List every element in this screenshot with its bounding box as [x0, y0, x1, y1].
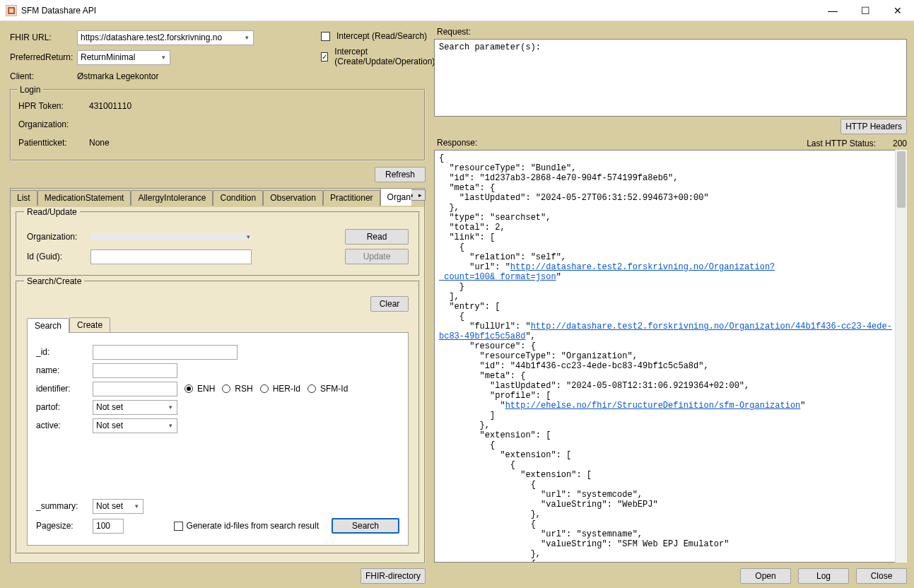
tab-condition[interactable]: Condition — [213, 190, 263, 206]
tab-observation[interactable]: Observation — [263, 190, 323, 206]
refresh-button[interactable]: Refresh — [375, 167, 426, 182]
summary-label: _summary: — [36, 501, 93, 511]
response-line: }, — [439, 549, 892, 559]
tab-organization[interactable]: Organization — [380, 188, 411, 206]
chevron-down-icon: ▾ — [169, 404, 174, 411]
identifier-radio-her-id[interactable] — [260, 384, 269, 393]
http-headers-button[interactable]: HTTP Headers — [840, 119, 907, 134]
preferred-return-dropdown[interactable]: ReturnMinimal ▾ — [77, 50, 170, 65]
login-group: Login HPR Token:431001110 Organization: … — [10, 89, 426, 161]
pagesize-input[interactable] — [93, 519, 124, 534]
search-panel: _id: name: identifier: ENHRSHHER-IdSFM-I… — [27, 332, 409, 546]
response-line: "lastUpdated": "2024-05-27T06:31:52.9946… — [439, 193, 892, 203]
tab-medicationstatement[interactable]: MedicationStatement — [37, 190, 131, 206]
response-line: "extension": [ — [439, 470, 892, 480]
preferred-return-label: PreferredReturn: — [10, 52, 77, 62]
chevron-down-icon: ▾ — [135, 502, 140, 510]
identifier-radio-enh[interactable] — [184, 384, 193, 393]
response-line: }, — [439, 203, 892, 213]
intercept-create-label: Intercept (Create/Update/Operation) — [334, 47, 437, 66]
search-button[interactable]: Search — [332, 518, 399, 534]
active-label: active: — [36, 421, 93, 430]
name-label: name: — [36, 365, 93, 375]
update-button[interactable]: Update — [345, 249, 409, 264]
log-button[interactable]: Log — [798, 568, 849, 584]
hpr-token-value: 431001110 — [89, 101, 131, 111]
response-line: "lastUpdated": "2024-05-08T12:31:06.9219… — [439, 381, 892, 391]
request-label: Request: — [434, 25, 907, 39]
chevron-down-icon: ▾ — [247, 233, 252, 240]
response-line: "fullUrl": "http://datashare.test2.forsk… — [439, 322, 892, 341]
patient-ticket-label: Patientticket: — [18, 138, 89, 148]
identifier-input[interactable] — [93, 382, 177, 396]
response-line: { — [439, 153, 892, 163]
partof-dropdown[interactable]: Not set▾ — [93, 400, 177, 415]
name-input[interactable] — [93, 363, 177, 378]
identifier-radio-label: ENH — [197, 384, 215, 394]
window-minimize-button[interactable]: — — [816, 0, 849, 21]
response-link[interactable]: http://ehelse.no/fhir/StructureDefinitio… — [505, 401, 801, 411]
fhir-url-value: https://datashare.test2.forskrivning.no — [81, 33, 222, 42]
intercept-read-checkbox[interactable] — [321, 32, 330, 41]
response-line: "url": "systemcode", — [439, 490, 892, 500]
response-line: { — [439, 559, 892, 563]
open-button[interactable]: Open — [740, 568, 791, 584]
identifier-label: identifier: — [36, 384, 93, 394]
read-update-group: Read/Update Organization: ▾ Read Id (Gui… — [16, 211, 420, 276]
response-line: { — [439, 312, 892, 322]
response-line: "http://ehelse.no/fhir/StructureDefiniti… — [439, 401, 892, 411]
response-line: "meta": { — [439, 371, 892, 381]
fhir-url-label: FHIR URL: — [10, 33, 77, 42]
response-line: "meta": { — [439, 183, 892, 193]
intercept-read-label: Intercept (Read/Search) — [336, 31, 427, 41]
summary-dropdown[interactable]: Not set▾ — [93, 499, 143, 514]
response-line: { — [439, 460, 892, 470]
search-create-legend: Search/Create — [24, 276, 84, 286]
read-update-legend: Read/Update — [24, 207, 80, 217]
window-close-button[interactable]: ✕ — [881, 0, 914, 21]
response-line: "resourceType": "Organization", — [439, 351, 892, 361]
close-button[interactable]: Close — [856, 568, 907, 584]
response-line: { — [439, 242, 892, 252]
identifier-radio-label: RSH — [235, 384, 252, 394]
scrollbar[interactable] — [895, 150, 907, 563]
identifier-radio-rsh[interactable] — [222, 384, 230, 393]
response-line: "link": [ — [439, 233, 892, 242]
read-button[interactable]: Read — [345, 229, 409, 245]
tab-scroll-right[interactable]: ▸ — [416, 190, 425, 200]
active-dropdown[interactable]: Not set▾ — [93, 418, 177, 433]
response-label: Response: — [434, 136, 477, 150]
window-maximize-button[interactable]: ☐ — [849, 0, 881, 21]
response-line: }, — [439, 421, 892, 430]
tab-practitioner[interactable]: Practitioner — [323, 190, 380, 206]
title-bar: SFM Datashare API — ☐ ✕ — [0, 0, 914, 21]
tab-allergyintolerance[interactable]: AllergyIntolerance — [131, 190, 213, 206]
response-line: "relation": "self", — [439, 252, 892, 262]
response-textbox[interactable]: { "resourceType": "Bundle", "id": "1d237… — [434, 150, 907, 563]
window-title: SFM Datashare API — [21, 6, 812, 16]
identifier-radio-sfm-id[interactable] — [307, 384, 316, 393]
summary-value: Not set — [96, 501, 123, 511]
id-input[interactable] — [93, 345, 238, 360]
id-guid-input[interactable] — [90, 249, 252, 264]
generate-id-files-checkbox[interactable] — [174, 522, 183, 531]
response-link[interactable]: http://datashare.test2.forskrivning.no/O… — [439, 322, 892, 341]
intercept-create-checkbox[interactable] — [321, 52, 328, 61]
request-textbox[interactable]: Search parameter(s): — [434, 39, 907, 117]
subtab-search[interactable]: Search — [27, 318, 69, 333]
identifier-radio-label: SFM-Id — [320, 384, 348, 394]
tab-list[interactable]: List — [10, 190, 37, 206]
subtab-create[interactable]: Create — [69, 317, 110, 332]
scrollbar-thumb[interactable] — [897, 151, 906, 208]
organization-dropdown[interactable]: ▾ — [90, 233, 252, 240]
response-link[interactable]: http://datashare.test2.forskrivning.no/O… — [439, 262, 775, 282]
active-value: Not set — [96, 421, 123, 430]
fhir-directory-button[interactable]: FHIR-directory — [361, 568, 426, 584]
clear-button[interactable]: Clear — [370, 296, 409, 312]
response-line: { — [439, 440, 892, 450]
response-line: "valueString": "WebEPJ" — [439, 500, 892, 510]
fhir-url-dropdown[interactable]: https://datashare.test2.forskrivning.no … — [77, 30, 254, 45]
tab-strip: ListMedicationStatementAllergyIntoleranc… — [10, 188, 411, 206]
response-line: "total": 2, — [439, 223, 892, 233]
response-line: { — [439, 519, 892, 529]
